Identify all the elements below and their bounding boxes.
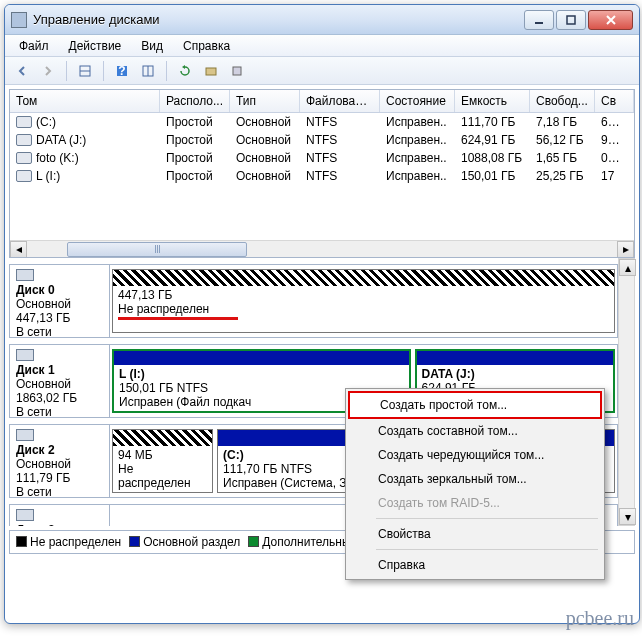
col-type[interactable]: Тип xyxy=(230,90,300,112)
table-row[interactable]: L (I:)ПростойОсновнойNTFSИсправен..150,0… xyxy=(10,167,634,185)
settings-icon[interactable] xyxy=(226,60,248,82)
menu-help[interactable]: Справка xyxy=(175,37,238,55)
col-fs[interactable]: Файловая с... xyxy=(300,90,380,112)
cell-cap: 111,70 ГБ xyxy=(455,114,530,130)
content-area: Том Располо... Тип Файловая с... Состоян… xyxy=(5,85,639,558)
minimize-button[interactable] xyxy=(524,10,554,30)
disk-v-scrollbar[interactable]: ▴ ▾ xyxy=(618,258,635,526)
cell-pct: 9 % xyxy=(595,132,625,148)
scroll-up-icon[interactable]: ▴ xyxy=(619,259,636,276)
vol-size: 94 МБ xyxy=(118,448,207,462)
help-icon[interactable]: ? xyxy=(111,60,133,82)
svg-rect-1 xyxy=(567,16,575,24)
col-free[interactable]: Свобод... xyxy=(530,90,595,112)
cell-cap: 1088,08 ГБ xyxy=(455,150,530,166)
cell-type: Основной xyxy=(230,150,300,166)
scroll-down-icon[interactable]: ▾ xyxy=(619,508,636,525)
maximize-button[interactable] xyxy=(556,10,586,30)
svg-rect-8 xyxy=(206,68,216,75)
ctx-help[interactable]: Справка xyxy=(348,553,602,577)
cell-status: Исправен.. xyxy=(380,132,455,148)
vol-status: Не распределен xyxy=(118,462,207,490)
col-status[interactable]: Состояние xyxy=(380,90,455,112)
disk-0-status: В сети xyxy=(16,325,103,338)
disk-0-size: 447,13 ГБ xyxy=(16,311,103,325)
cell-free: 1,65 ГБ xyxy=(530,150,595,166)
view-icon[interactable] xyxy=(74,60,96,82)
drive-icon xyxy=(16,170,32,182)
scroll-right-icon[interactable]: ▸ xyxy=(617,241,634,258)
ctx-new-simple-volume[interactable]: Создать простой том... xyxy=(348,391,602,419)
cell-free: 7,18 ГБ xyxy=(530,114,595,130)
cell-fs: NTFS xyxy=(300,132,380,148)
forward-icon[interactable] xyxy=(37,60,59,82)
cell-fs: NTFS xyxy=(300,114,380,130)
cell-status: Исправен.. xyxy=(380,114,455,130)
volume-list-header: Том Располо... Тип Файловая с... Состоян… xyxy=(10,90,634,113)
disk-1-status: В сети xyxy=(16,405,103,418)
ctx-new-mirrored-volume[interactable]: Создать зеркальный том... xyxy=(348,467,602,491)
cell-type: Основной xyxy=(230,168,300,184)
cell-free: 25,25 ГБ xyxy=(530,168,595,184)
back-icon[interactable] xyxy=(11,60,33,82)
disk-2-header: Диск 2 Основной 111,79 ГБ В сети xyxy=(10,425,110,497)
col-layout[interactable]: Располо... xyxy=(160,90,230,112)
watermark: pcbee.ru xyxy=(566,607,634,630)
table-row[interactable]: DATA (J:)ПростойОсновнойNTFSИсправен..62… xyxy=(10,131,634,149)
vol-name: L (I:) xyxy=(119,367,404,381)
toolbar: ? xyxy=(5,57,639,85)
menu-file[interactable]: Файл xyxy=(11,37,57,55)
cell-fs: NTFS xyxy=(300,168,380,184)
app-icon xyxy=(11,12,27,28)
cell-pct: 6 % xyxy=(595,114,625,130)
menubar: Файл Действие Вид Справка xyxy=(5,35,639,57)
cell-status: Исправен.. xyxy=(380,168,455,184)
ctx-properties[interactable]: Свойства xyxy=(348,522,602,546)
col-volume[interactable]: Том xyxy=(10,90,160,112)
disk-2-unallocated[interactable]: 94 МБ Не распределен xyxy=(112,429,213,493)
scroll-thumb[interactable] xyxy=(67,242,247,257)
disk-icon xyxy=(16,269,34,281)
ctx-new-striped-volume[interactable]: Создать чередующийся том... xyxy=(348,443,602,467)
cell-free: 56,12 ГБ xyxy=(530,132,595,148)
disk-1-title: Диск 1 xyxy=(16,363,103,377)
disk-0-unallocated[interactable]: 447,13 ГБ Не распределен xyxy=(112,269,615,333)
highlight-marker xyxy=(118,317,238,320)
ctx-new-raid5-volume: Создать том RAID-5... xyxy=(348,491,602,515)
volume-list-body: (C:)ПростойОсновнойNTFSИсправен..111,70 … xyxy=(10,113,634,185)
col-capacity[interactable]: Емкость xyxy=(455,90,530,112)
disk-0-panel[interactable]: Диск 0 Основной 447,13 ГБ В сети 447,13 … xyxy=(9,264,618,338)
disk-icon xyxy=(16,349,34,361)
cell-type: Основной xyxy=(230,132,300,148)
rescan-icon[interactable] xyxy=(200,60,222,82)
svg-rect-0 xyxy=(535,22,543,24)
window-title: Управление дисками xyxy=(33,12,524,27)
svg-rect-9 xyxy=(233,67,241,75)
scroll-left-icon[interactable]: ◂ xyxy=(10,241,27,258)
disk-1-header: Диск 1 Основной 1863,02 ГБ В сети xyxy=(10,345,110,417)
cell-layout: Простой xyxy=(160,168,230,184)
legend-primary: Основной раздел xyxy=(129,535,240,549)
ctx-new-spanned-volume[interactable]: Создать составной том... xyxy=(348,419,602,443)
cell-layout: Простой xyxy=(160,114,230,130)
cell-pct: 0 % xyxy=(595,150,625,166)
layout-icon[interactable] xyxy=(137,60,159,82)
close-button[interactable] xyxy=(588,10,633,30)
cell-status: Исправен.. xyxy=(380,150,455,166)
cell-name: (C:) xyxy=(10,114,160,130)
table-row[interactable]: foto (K:)ПростойОсновнойNTFSИсправен..10… xyxy=(10,149,634,167)
menu-view[interactable]: Вид xyxy=(133,37,171,55)
cell-name: L (I:) xyxy=(10,168,160,184)
cell-fs: NTFS xyxy=(300,150,380,166)
cell-name: DATA (J:) xyxy=(10,132,160,148)
menu-action[interactable]: Действие xyxy=(61,37,130,55)
list-h-scrollbar[interactable]: ◂ ▸ xyxy=(10,240,634,257)
col-pct[interactable]: Св xyxy=(595,90,634,112)
refresh-icon[interactable] xyxy=(174,60,196,82)
table-row[interactable]: (C:)ПростойОсновнойNTFSИсправен..111,70 … xyxy=(10,113,634,131)
disk-2-type: Основной xyxy=(16,457,103,471)
disk-icon xyxy=(16,429,34,441)
vol-name: DATA (J:) xyxy=(422,367,608,381)
cell-pct: 17 xyxy=(595,168,625,184)
cell-name: foto (K:) xyxy=(10,150,160,166)
